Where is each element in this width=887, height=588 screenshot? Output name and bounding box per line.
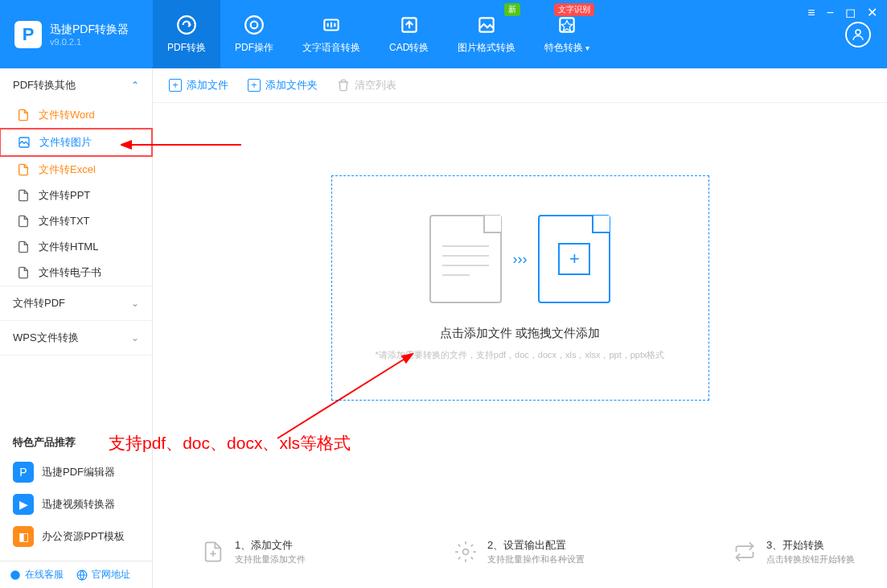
sidebar-item-image[interactable]: 文件转图片 [0,128,153,157]
toolbar-label: 添加文件 [187,78,228,93]
sidebar-item-txt[interactable]: 文件转TXT [0,208,152,234]
sidebar-item-word[interactable]: 文件转Word [0,102,152,128]
steps-row: 1、添加文件 支持批量添加文件 2、设置输出配置 支持批量操作和各种设置 3、开… [153,524,887,588]
sidebar-item-label: 文件转Word [39,108,95,122]
nav-text-audio[interactable]: 文字语音转换 [288,0,375,68]
sidebar-item-label: 文件转图片 [39,135,92,150]
svg-point-13 [463,549,469,555]
recommend-label: 迅捷PDF编辑器 [42,465,115,479]
gear-icon [243,14,265,36]
sidebar-item-ebook[interactable]: 文件转电子书 [0,260,152,286]
sidebar-item-excel[interactable]: 文件转Excel [0,157,152,183]
convert-icon [175,14,198,36]
sidebar-section-pdf-other[interactable]: PDF转换其他 ⌃ [0,68,152,102]
account-button[interactable] [845,22,871,47]
online-service-link[interactable]: 在线客服 [10,568,64,582]
top-nav-bar: P 迅捷PDF转换器 v9.0.2.1 PDF转换 PDF操作 文字语音转换 C… [0,0,887,68]
nav-pdf-operate[interactable]: PDF操作 [220,0,288,68]
document-icon [429,215,502,303]
app-name: 迅捷PDF转换器 [50,22,129,36]
add-folder-button[interactable]: + 添加文件夹 [248,78,318,93]
add-file-button[interactable]: + 添加文件 [169,78,228,93]
arrow-right-icon: ››› [513,251,528,268]
image-icon [475,14,498,36]
nav-special-convert[interactable]: 文字识别 特色转换▾ [530,0,604,68]
nav-cad-convert[interactable]: CAD转换 [375,0,443,68]
txt-icon [16,214,31,228]
sidebar-footer: 在线客服 官网地址 [0,561,152,588]
sidebar-section-to-pdf[interactable]: 文件转PDF ⌄ [0,286,152,320]
sidebar-item-label: 文件转TXT [39,214,90,228]
chevron-down-icon: ▾ [585,43,589,52]
step-convert: 3、开始转换 点击转换按钮开始转换 [733,538,855,565]
step-title: 2、设置输出配置 [487,538,585,553]
nav-image-convert[interactable]: 新 图片格式转换 [443,0,530,68]
step-convert-icon [733,540,757,564]
section-title: 文件转PDF [13,296,65,310]
chevron-down-icon: ⌄ [131,332,139,343]
drop-zone[interactable]: ››› + 点击添加文件 或拖拽文件添加 *请添加需要转换的文件，支持pdf，d… [331,175,709,401]
step-config: 2、设置输出配置 支持批量操作和各种设置 [454,538,585,565]
chevron-up-icon: ⌃ [131,80,139,91]
sidebar-item-label: 文件转PPT [39,188,90,203]
video-icon: ▶ [13,494,34,515]
drop-hint: *请添加需要转换的文件，支持pdf，doc，docx，xls，xlsx，ppt，… [375,349,664,361]
chevron-down-icon: ⌄ [131,298,139,309]
app-logo-icon: P [14,21,42,48]
content-area: + 添加文件 + 添加文件夹 清空列表 ››› [153,68,887,588]
svg-point-9 [10,570,20,580]
plus-icon: + [248,79,261,92]
recommend-pdf-editor[interactable]: P 迅捷PDF编辑器 [0,456,152,488]
recommend-title: 特色产品推荐 [0,429,152,456]
step-title: 1、添加文件 [235,538,306,553]
drop-title: 点击添加文件 或拖拽文件添加 [440,326,600,341]
toolbar: + 添加文件 + 添加文件夹 清空列表 [153,68,887,103]
svg-point-2 [251,22,258,29]
nav-label: PDF转换 [167,41,206,55]
recommend-section: 特色产品推荐 P 迅捷PDF编辑器 ▶ 迅捷视频转换器 ◧ 办公资源PPT模板 [0,421,152,561]
sidebar-section-wps[interactable]: WPS文件转换 ⌄ [0,321,152,355]
window-controls: ≡ − ◻ ✕ [807,6,877,19]
close-button[interactable]: ✕ [867,6,877,19]
toolbar-label: 添加文件夹 [265,78,318,93]
menu-icon[interactable]: ≡ [807,6,815,19]
audio-icon [320,14,343,36]
plus-icon: + [169,79,182,92]
sidebar-item-label: 文件转Excel [39,162,96,177]
step-sub: 支持批量添加文件 [235,553,306,565]
nav-label: 图片格式转换 [458,41,515,55]
nav-items: PDF转换 PDF操作 文字语音转换 CAD转换 新 图片格式转换 文字识别 特… [153,0,604,68]
nav-label: 文字语音转换 [302,41,360,55]
step-gear-icon [454,540,478,564]
recommend-label: 办公资源PPT模板 [42,529,125,544]
sidebar-item-html[interactable]: 文件转HTML [0,234,152,260]
template-icon: ◧ [13,526,34,547]
ocr-badge: 文字识别 [554,3,594,16]
svg-point-0 [178,16,195,34]
cad-icon [398,14,421,36]
clear-list-button[interactable]: 清空列表 [337,78,396,93]
sidebar-item-ppt[interactable]: 文件转PPT [0,183,152,208]
maximize-button[interactable]: ◻ [845,6,856,19]
picture-icon [17,135,31,150]
new-badge: 新 [504,3,520,16]
official-site-link[interactable]: 官网地址 [76,568,130,582]
sidebar-item-label: 文件转电子书 [39,265,101,280]
nav-label: CAD转换 [389,41,429,55]
step-sub: 点击转换按钮开始转换 [766,553,855,565]
section-title: WPS文件转换 [13,331,79,345]
word-icon [16,108,31,122]
recommend-ppt-template[interactable]: ◧ 办公资源PPT模板 [0,520,152,553]
svg-point-7 [856,30,860,35]
recommend-label: 迅捷视频转换器 [42,497,115,512]
excel-icon [16,162,31,177]
recommend-video-converter[interactable]: ▶ 迅捷视频转换器 [0,488,152,520]
pdf-editor-icon: P [13,462,34,483]
star-icon [556,14,578,36]
minimize-button[interactable]: − [827,6,834,19]
nav-pdf-convert[interactable]: PDF转换 [153,0,220,68]
svg-rect-5 [480,18,494,31]
ebook-icon [16,265,31,280]
step-sub: 支持批量操作和各种设置 [487,553,585,565]
step-file-icon [201,540,225,564]
